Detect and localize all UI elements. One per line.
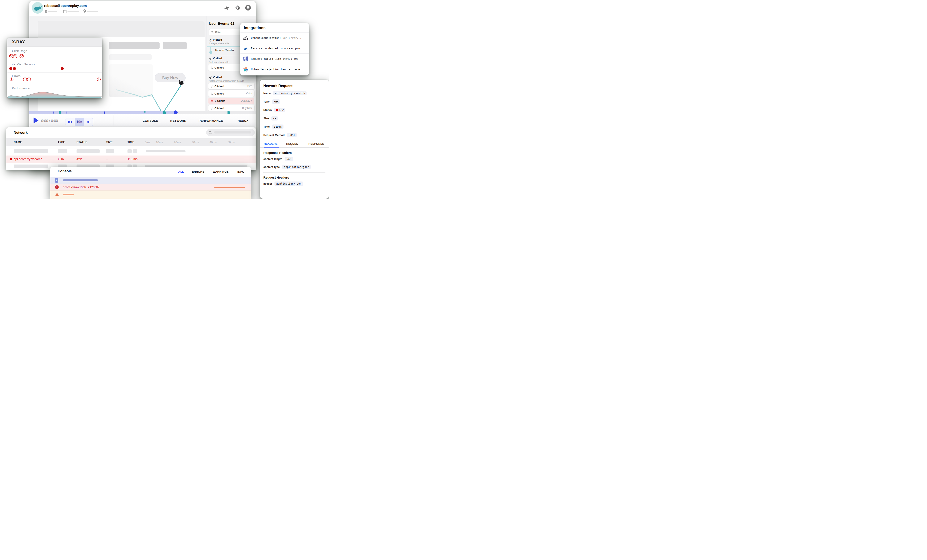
integration-message: Unhandledrejection handler rece.. xyxy=(251,68,303,71)
integrations-title: Integrations xyxy=(240,23,309,32)
timeline-event-tick[interactable] xyxy=(104,111,105,114)
warning-message-skeleton xyxy=(63,194,74,195)
slack-icon[interactable] xyxy=(224,5,229,11)
integrations-panel: Integrations UnhandledRejection: Non-Err… xyxy=(240,23,309,76)
event-clicked-buy-now[interactable]: Clicked Buy Now xyxy=(208,105,254,111)
tab-performance[interactable]: PERFORMANCE xyxy=(199,119,223,123)
click-rage-icon xyxy=(19,54,24,59)
network-panel: Network NAME TYPE STATUS SIZE TIME 0ms 1… xyxy=(6,127,256,170)
rhino-icon xyxy=(32,2,43,14)
event-clicked-color[interactable]: Clicked Color xyxy=(208,90,254,97)
console-tab-info[interactable]: INFO xyxy=(237,170,244,173)
row-type: XHR xyxy=(58,157,64,161)
skip-interval-value[interactable]: 10s xyxy=(74,118,84,126)
console-row-info[interactable]: i xyxy=(50,177,251,184)
jira-icon[interactable] xyxy=(235,5,240,11)
tab-console[interactable]: CONSOLE xyxy=(143,119,158,123)
response-headers-title: Response Headers xyxy=(260,147,329,155)
timeline-event-tick[interactable] xyxy=(53,111,54,114)
tab-network[interactable]: NETWORK xyxy=(170,119,186,123)
event-clicked-color-label: Clicked xyxy=(214,92,224,95)
click-hand-icon xyxy=(211,85,213,88)
field-name-label: Name xyxy=(263,92,271,95)
timeline-event-tick[interactable] xyxy=(66,111,67,114)
integration-row-rollbar[interactable]: Permission denied to access pro... xyxy=(240,43,309,53)
browser-icon xyxy=(63,10,67,13)
error-icon xyxy=(9,77,14,82)
content-type-label: content-type xyxy=(263,165,280,168)
network-row-error[interactable]: api.ecom.xyz/search XHR 422 -- 119 ms xyxy=(6,155,256,163)
timeline-event-tick[interactable] xyxy=(161,111,161,114)
field-type-label: Type xyxy=(263,100,269,103)
col-status[interactable]: STATUS xyxy=(76,140,87,144)
integration-row-sentry[interactable]: UnhandledRejection: Non-Error... xyxy=(240,32,309,43)
row-time: 119 ms xyxy=(128,157,138,161)
console-row-error[interactable]: ! ecom.xyz/a213qh.js:123987 xyxy=(50,184,251,191)
field-size-label: Size xyxy=(263,117,269,120)
col-type[interactable]: TYPE xyxy=(58,140,65,144)
title-skeleton-bar-2 xyxy=(163,42,187,49)
request-headers-title: Request Headers xyxy=(260,173,329,180)
player-controls: 0:00 / 0:00 10s CONSOLE NET xyxy=(29,114,256,127)
github-icon[interactable] xyxy=(245,5,251,11)
network-search-box[interactable] xyxy=(206,129,255,136)
error-icon xyxy=(27,77,31,82)
integration-error-detail: Non-Error... xyxy=(283,36,301,39)
performance-sparkline xyxy=(8,91,102,98)
rage-click-icon xyxy=(211,99,213,102)
integration-row-elastic[interactable]: Unhandledrejection handler rece.. xyxy=(240,64,309,74)
request-tab-request[interactable]: REQUEST xyxy=(286,142,300,146)
network-error-dot xyxy=(13,67,16,70)
xray-title: X-RAY xyxy=(12,39,25,44)
console-row-warning[interactable] xyxy=(50,191,251,199)
console-tab-all[interactable]: ALL xyxy=(178,170,184,173)
network-table-header: NAME TYPE STATUS SIZE TIME 0ms 10ms 20ms… xyxy=(6,138,256,146)
request-tab-headers[interactable]: HEADERS xyxy=(264,142,278,146)
error-icon xyxy=(96,77,101,82)
active-tab-underline xyxy=(264,147,279,147)
network-request-panel: Network Request Name api.ecom.xyz/search… xyxy=(260,80,329,199)
skip-forward-icon xyxy=(87,120,91,124)
mouse-trail xyxy=(105,80,189,115)
console-title: Console xyxy=(58,169,72,173)
event-rage-clicks[interactable]: 3 Clicks Quantity + xyxy=(208,98,254,104)
skip-back-button[interactable] xyxy=(65,118,74,126)
info-message-skeleton xyxy=(63,179,98,181)
skip-forward-button[interactable] xyxy=(84,118,93,126)
field-name-value: api.ecom.xyz/search xyxy=(273,91,307,96)
session-topbar: rebecca@openreplay.com xyxy=(29,1,256,16)
accept-label: accept xyxy=(263,182,272,185)
event-visited-1[interactable]: Visited xyxy=(213,38,222,41)
console-error-source-skeleton xyxy=(214,187,245,188)
row-name: api.ecom.xyz/search xyxy=(14,157,43,161)
row-size: -- xyxy=(106,157,108,161)
play-button[interactable] xyxy=(33,117,39,124)
request-tab-response[interactable]: RESPONSE xyxy=(308,142,324,146)
error-status-dot xyxy=(10,158,12,160)
event-visited-1-path: /category/wearable xyxy=(209,42,229,45)
event-visited-2[interactable]: Visited xyxy=(213,57,222,60)
integration-message: Request failed with status 500 xyxy=(251,57,298,60)
accept-value: application/json xyxy=(275,182,303,186)
event-visited-3[interactable]: Visited xyxy=(213,76,222,79)
col-name[interactable]: NAME xyxy=(14,140,22,144)
timeline-quote-marker[interactable] xyxy=(143,111,147,114)
event-clicked-size-target: Size xyxy=(248,85,252,88)
integration-row-datadog[interactable]: Request failed with status 500 xyxy=(240,53,309,64)
network-title: Network xyxy=(14,131,28,135)
elastic-icon xyxy=(243,67,248,72)
event-clicked-size[interactable]: Clicked Size xyxy=(208,83,254,89)
scale-30ms: 30ms xyxy=(191,141,199,144)
avatar xyxy=(32,2,43,14)
field-time-value: 119ms xyxy=(272,124,284,129)
col-size[interactable]: SIZE xyxy=(106,140,112,144)
col-time[interactable]: TIME xyxy=(128,140,134,144)
performance-label: Performance xyxy=(12,87,30,90)
network-request-title: Network Request xyxy=(260,80,329,89)
console-tab-errors[interactable]: ERRORS xyxy=(192,170,204,173)
event-clicked-buy-target: Buy Now xyxy=(242,107,252,109)
event-time-to-render[interactable]: Time to Render xyxy=(215,49,234,52)
console-tab-warnings[interactable]: WARNINGS xyxy=(213,170,229,173)
player-timeline[interactable] xyxy=(29,111,256,114)
tab-redux[interactable]: REDUX xyxy=(237,119,248,123)
